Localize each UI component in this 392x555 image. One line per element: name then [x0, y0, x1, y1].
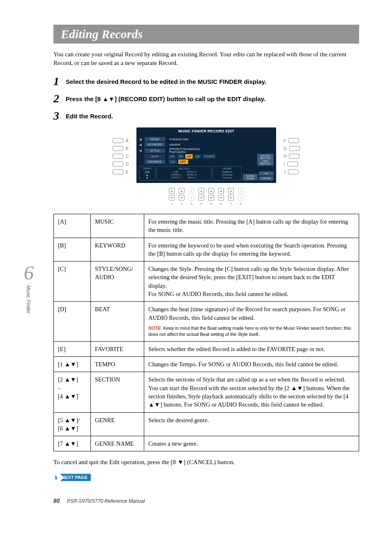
phys-down-3[interactable]: ▼ [189, 195, 194, 201]
lcd-section-box[interactable]: SECTION OFF INTRO 1 INTRO 2 → INTRO 2 IN… [157, 166, 211, 180]
phys-button-h[interactable] [289, 154, 300, 159]
table-cell-button: [5 ▲▼]/[6 ▲▼] [54, 412, 91, 436]
phys-button-i[interactable] [287, 162, 298, 166]
lcd-row-music: ◀ MUSIC A Musical Joke [136, 136, 276, 142]
table-cell-desc: Changes the beat (time signature) of the… [144, 302, 359, 341]
lcd-label-music[interactable]: MUSIC [145, 137, 165, 141]
note-row: NOTEKeep in mind that the Beat setting m… [148, 325, 355, 338]
beat-opt[interactable]: 3/4 [177, 154, 184, 159]
phys-button-f[interactable] [288, 138, 299, 143]
parameter-table: [A]MUSICFor entering the music title. Pr… [53, 214, 359, 451]
phys-up-8[interactable]: ▲ [238, 188, 244, 194]
lcd-bottom-row: TEMPO 124 ▲▼ SECTION OFF INTRO 1 INTRO 2 [136, 164, 276, 183]
step-number: 1 [53, 76, 66, 87]
phys-up-3[interactable]: ▲ [189, 188, 194, 194]
lcd-label-style[interactable]: STYLE [145, 148, 165, 153]
lcd-genre-box[interactable]: GENRE BigBand Christmas Classical [212, 166, 242, 180]
phys-num: 8 [240, 202, 242, 206]
table-row: [C]STYLE/SONG/AUDIOChanges the Style. Pr… [54, 261, 359, 302]
lcd-label-keyword[interactable]: KEYWORD [145, 142, 165, 147]
table-cell-button: [D] [54, 302, 91, 341]
phys-button-j[interactable] [288, 169, 299, 174]
lcd-section-title: SECTION [158, 167, 210, 170]
lcd-title: MUSIC FINDER RECORD EDIT [136, 127, 276, 136]
phys-label: I [284, 162, 285, 166]
phys-up-7[interactable]: ▲ [228, 188, 234, 194]
fav-opt-on[interactable]: ON [168, 160, 177, 164]
phys-button-e[interactable] [113, 169, 123, 174]
phys-up-2[interactable]: ▲ [179, 188, 184, 194]
lcd-bottom-right-buttons: GENRE NAME [243, 166, 258, 180]
lcd-ok-button[interactable]: OK [259, 171, 274, 176]
lcd-tempo-box[interactable]: TEMPO 124 ▲▼ [139, 166, 155, 180]
phys-button-g[interactable] [289, 146, 300, 151]
intro-paragraph: You can create your original Record by e… [53, 50, 359, 67]
lcd-beat-options: 2/4 3/4 4/4 6/8 OTHER [168, 154, 216, 159]
chapter-label: Music Finder [25, 285, 31, 314]
after-table-text: To cancel and quit the Edit operation, p… [53, 459, 359, 466]
phys-label: B [126, 146, 129, 151]
phys-down-1[interactable]: ▼ [169, 195, 175, 201]
phys-up-1[interactable]: ▲ [169, 188, 175, 194]
genre-opt: BigBand [222, 171, 232, 173]
beat-opt-selected[interactable]: 4/4 [185, 154, 193, 159]
table-cell-desc: For entering the music title. Pressing t… [144, 214, 359, 238]
table-row: [A]MUSICFor entering the music title. Pr… [54, 214, 359, 238]
section-opt-selected: INTRO 2 [171, 176, 181, 179]
table-cell-param: BEAT [91, 302, 144, 341]
phys-label: F [284, 139, 286, 143]
table-cell-button: [C] [54, 261, 91, 302]
lcd-label-beat[interactable]: BEAT [145, 154, 165, 159]
section-opt-selected: MAIN A [187, 176, 196, 179]
table-row: [1 ▲▼]TEMPOChanges the Tempo. For SONG o… [54, 357, 359, 372]
table-row: [5 ▲▼]/[6 ▲▼]GENRESelects the desired ge… [54, 412, 359, 436]
fav-opt-off[interactable]: OFF [178, 160, 188, 164]
lcd-row-keyword: ◀ KEYWORD classical [136, 142, 276, 147]
phys-button-c[interactable] [113, 154, 123, 159]
arrow-right-icon: → [183, 173, 185, 176]
section-opt: OFF [174, 171, 179, 173]
step-number: 3 [53, 110, 66, 122]
table-row: [B]KEYWORDFor entering the keyword to be… [54, 238, 359, 261]
table-cell-param: GENRE NAME [91, 436, 144, 451]
table-cell-param: STYLE/SONG/AUDIO [91, 261, 144, 302]
table-cell-desc: Selects the desired genre. [144, 412, 359, 436]
table-cell-desc: Selects the sections of Style that are c… [144, 372, 359, 412]
table-row: [D]BEATChanges the beat (time signature)… [54, 302, 359, 341]
lcd-value-keyword: classical [167, 143, 180, 146]
phys-label: J [284, 170, 286, 174]
phys-down-2[interactable]: ▼ [179, 195, 184, 201]
lcd-cancel-button[interactable]: CANCEL [259, 176, 274, 180]
lcd-genre-name-button[interactable]: GENRE NAME [243, 174, 258, 180]
chapter-side-tab: 6 Music Finder [21, 263, 37, 321]
table-cell-param: GENRE [91, 412, 144, 436]
physical-buttons-bottom: ▲▼1 ▲▼2 ▲▼3 ▲▼4 ▲▼5 ▲▼6 ▲▼7 ▲▼8 [136, 188, 276, 206]
lcd-label-favorite[interactable]: FAVORITE [145, 160, 165, 164]
lcd-row-style: ◀ STYLE [PRESET] Movie&Show Pop/Classics [136, 147, 276, 154]
phys-button-d[interactable] [113, 162, 123, 166]
phys-label: C [126, 154, 129, 159]
step-text: Edit the Record. [66, 113, 113, 120]
next-page-badge: NEXT PAGE [60, 474, 91, 481]
phys-button-a[interactable] [113, 138, 123, 143]
beat-opt[interactable]: 2/4 [168, 154, 176, 159]
phys-down-6[interactable]: ▼ [218, 195, 224, 201]
phys-label: H [284, 154, 286, 159]
phys-up-6[interactable]: ▲ [218, 188, 224, 194]
lcd-row-beat: BEAT 2/4 3/4 4/4 6/8 OTHER DELETE RECORD [136, 154, 276, 159]
table-cell-param: SECTION [91, 372, 144, 412]
manual-reference: PSR-S970/S770 Reference Manual [67, 498, 145, 504]
table-cell-desc: For entering the keyword to be used when… [144, 238, 359, 261]
table-cell-param: MUSIC [91, 214, 144, 238]
phys-down-7[interactable]: ▼ [228, 195, 234, 201]
phys-up-4[interactable]: ▲ [198, 188, 204, 194]
lcd-new-record-button[interactable]: NEW RECORD [257, 159, 274, 166]
phys-down-5[interactable]: ▼ [208, 195, 214, 201]
physical-buttons-left: A B C D E [113, 138, 129, 174]
phys-up-5[interactable]: ▲ [208, 188, 214, 194]
beat-opt[interactable]: 6/8 [194, 154, 201, 159]
phys-down-8[interactable]: ▼ [238, 195, 244, 201]
phys-button-b[interactable] [113, 146, 123, 151]
beat-opt[interactable]: OTHER [203, 154, 216, 159]
phys-down-4[interactable]: ▼ [198, 195, 204, 201]
